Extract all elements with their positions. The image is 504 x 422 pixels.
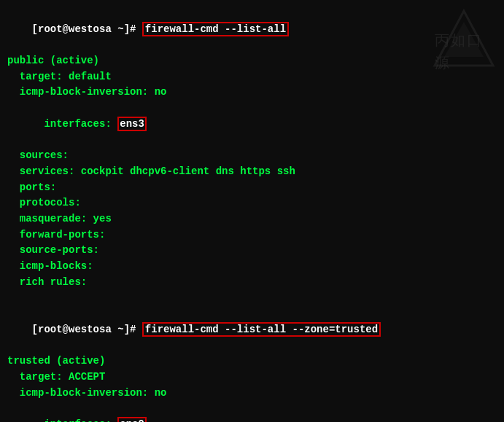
interfaces-label-2: interfaces: bbox=[32, 418, 118, 422]
line-public-active: public (active) bbox=[7, 53, 497, 69]
line-masquerade-1: masquerade: yes bbox=[7, 211, 497, 227]
line-rich-rules: rich rules: bbox=[7, 275, 497, 291]
line-1: [root@westosa ~]# firewall-cmd --list-al… bbox=[7, 6, 497, 53]
line-interfaces-2: interfaces: ens9 bbox=[7, 401, 497, 422]
line-icmp-block-inv-2: icmp-block-inversion: no bbox=[7, 386, 497, 402]
line-ports-1: ports: bbox=[7, 180, 497, 196]
line-blank bbox=[7, 290, 497, 306]
watermark-text: 丙如口源 bbox=[435, 29, 497, 74]
line-16: [root@westosa ~]# firewall-cmd --list-al… bbox=[7, 306, 497, 353]
line-target-2: target: ACCEPT bbox=[7, 370, 497, 386]
line-source-ports-1: source-ports: bbox=[7, 243, 497, 259]
prompt-2: [root@westosa ~]# bbox=[32, 324, 142, 335]
interfaces-label-1: interfaces: bbox=[32, 118, 118, 130]
line-target: target: default bbox=[7, 69, 497, 85]
command-2: firewall-cmd --list-all --zone=trusted bbox=[142, 322, 381, 337]
line-protocols-1: protocols: bbox=[7, 195, 497, 211]
command-1: firewall-cmd --list-all bbox=[142, 22, 289, 36]
line-sources-1: sources: bbox=[7, 148, 497, 164]
line-forward-ports-1: forward-ports: bbox=[7, 227, 497, 243]
line-interfaces-1: interfaces: ens3 bbox=[7, 101, 497, 148]
line-icmp-blocks-1: icmp-blocks: bbox=[7, 259, 497, 275]
interface-value-1: ens3 bbox=[117, 117, 147, 131]
line-services-1: services: cockpit dhcpv6-client dns http… bbox=[7, 164, 497, 180]
watermark: 丙如口源 bbox=[431, 7, 497, 86]
line-trusted-active: trusted (active) bbox=[7, 353, 497, 370]
line-icmp-block-inv-1: icmp-block-inversion: no bbox=[7, 85, 497, 101]
interface-value-2: ens9 bbox=[117, 417, 147, 422]
prompt-1: [root@westosa ~]# bbox=[32, 23, 142, 35]
terminal-window: [root@westosa ~]# firewall-cmd --list-al… bbox=[0, 0, 504, 422]
